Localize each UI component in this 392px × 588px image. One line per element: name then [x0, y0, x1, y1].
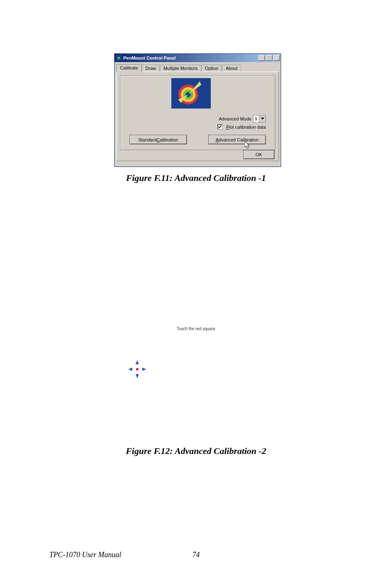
cursor-icon [244, 141, 250, 149]
advanced-mode-label: Advanced Mode [219, 116, 251, 121]
window-title: PenMount Control Panel [123, 56, 258, 60]
tabstrip: Calibrate Draw Multiple Monitors Option … [115, 62, 281, 72]
minimize-button[interactable]: _ [258, 55, 265, 61]
advanced-mode-row: Advanced Mode 9 [219, 115, 266, 123]
svg-marker-13 [142, 368, 146, 371]
calibrate-group: Advanced Mode 9 Plot calibration data [120, 75, 275, 150]
penmount-dialog: PenMount Control Panel _ □ × Calibrate D… [114, 53, 281, 167]
svg-marker-8 [261, 118, 264, 120]
advanced-mode-select[interactable]: 9 [253, 115, 266, 123]
dropdown-icon[interactable] [259, 116, 265, 122]
figure-caption-1: Figure F.11: Advanced Calibration -1 [0, 173, 392, 183]
plot-calibration-checkbox[interactable] [217, 124, 223, 130]
touch-instruction: Touch the red square. [116, 326, 277, 331]
svg-marker-12 [128, 368, 132, 371]
standard-calibration-button[interactable]: Standard Calibration [129, 135, 187, 144]
tab-panel: Advanced Mode 9 Plot calibration data [116, 72, 279, 161]
advanced-mode-value: 9 [254, 116, 259, 121]
titlebar[interactable]: PenMount Control Panel _ □ × [115, 54, 281, 62]
ok-button[interactable]: OK [243, 150, 274, 159]
calibration-touch-screen: Touch the red square. [116, 226, 277, 432]
advanced-calibration-button[interactable]: Advanced Calibration [208, 135, 266, 144]
tab-calibrate[interactable]: Calibrate [116, 64, 142, 72]
penmount-logo [171, 78, 211, 109]
plot-calibration-row: Plot calibration data [217, 124, 266, 130]
app-icon [115, 55, 122, 61]
svg-point-1 [118, 57, 120, 59]
svg-marker-11 [136, 374, 139, 378]
svg-marker-9 [244, 141, 249, 148]
maximize-button: □ [266, 55, 272, 61]
calibration-crosshair-icon [128, 360, 146, 378]
close-button[interactable]: × [273, 55, 280, 61]
footer-page-number: 74 [0, 551, 392, 559]
figure-caption-2: Figure F.12: Advanced Calibration -2 [0, 446, 392, 456]
svg-marker-10 [136, 360, 139, 364]
svg-rect-14 [136, 368, 138, 370]
plot-calibration-label: Plot calibration data [226, 125, 266, 130]
